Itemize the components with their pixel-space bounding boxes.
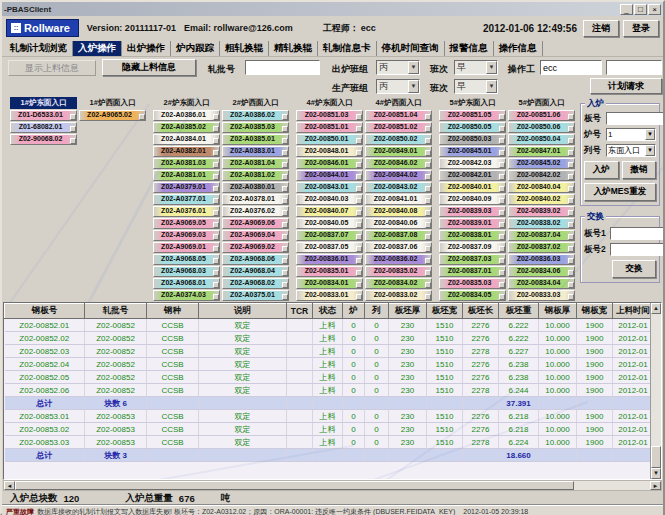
slab-mini-button[interactable] [499, 138, 505, 144]
slab-cell[interactable]: Z02-00837.01 [439, 266, 506, 277]
slab-mini-button[interactable] [499, 210, 505, 216]
slab2-input[interactable] [610, 243, 663, 256]
slab-cell[interactable]: Z02-00837.03 [439, 254, 506, 265]
slab-mini-button[interactable] [139, 114, 145, 120]
furnace-no-select[interactable]: 1▼ [606, 128, 656, 141]
slab-cell[interactable]: Z02-00837.05 [296, 242, 363, 253]
slab-mini-button[interactable] [568, 270, 574, 276]
slab-cell[interactable]: Z02-00843.02 [365, 182, 432, 193]
table-row[interactable]: Z02-00852.02Z02-00852CCSB双定上料00230151022… [5, 332, 654, 345]
slab-cell[interactable]: Z02-00839.02 [508, 206, 575, 217]
slab-mini-button[interactable] [568, 222, 574, 228]
slab-mini-button[interactable] [499, 222, 505, 228]
slab-mini-button[interactable] [213, 162, 219, 168]
column-header-1[interactable]: 轧批号 [85, 304, 147, 319]
slab-cell[interactable]: Z02-00844.02 [365, 170, 432, 181]
slab-mini-button[interactable] [70, 114, 76, 120]
vertical-scrollbar[interactable]: ▲ ▼ [650, 303, 661, 479]
production-group-select[interactable]: 丙▼ [376, 79, 420, 94]
table-row[interactable]: Z02-00852.03Z02-00852CCSB双定上料00230151022… [5, 345, 654, 358]
slab-mini-button[interactable] [356, 114, 362, 120]
slab-mini-button[interactable] [282, 270, 288, 276]
slab-cell[interactable]: Z02-00834.01 [296, 278, 363, 289]
slab-mini-button[interactable] [425, 162, 431, 168]
furnace-column-header[interactable]: 4#炉东面入口 [296, 97, 363, 109]
slab-mini-button[interactable] [356, 150, 362, 156]
slab-mini-button[interactable] [499, 198, 505, 204]
slab-mini-button[interactable] [282, 198, 288, 204]
slab-mini-button[interactable] [499, 186, 505, 192]
slab-cell[interactable]: Z02-00844.01 [296, 170, 363, 181]
slab-mini-button[interactable] [213, 270, 219, 276]
slab-mini-button[interactable] [425, 210, 431, 216]
slab-cell[interactable]: Z02-A0381.02 [222, 170, 289, 181]
slab-cell[interactable]: Z02-00838.02 [508, 218, 575, 229]
slab-mini-button[interactable] [213, 150, 219, 156]
slab-cell[interactable]: Z02-A9068.02 [222, 278, 289, 289]
slab-cell[interactable]: Z01-68082.01 [10, 122, 77, 133]
slab-cell[interactable]: Z02-00836.03 [508, 254, 575, 265]
slab-cell[interactable]: Z02-A0381.04 [222, 158, 289, 169]
row-no-select[interactable]: 东面入口▼ [606, 144, 656, 157]
column-header-11[interactable]: 板坯重 [499, 304, 539, 319]
undo-button[interactable]: 撤销 [622, 161, 657, 179]
column-header-8[interactable]: 板坯厚 [389, 304, 427, 319]
slab-cell[interactable]: Z02-00850.05 [439, 122, 506, 133]
minimize-icon[interactable]: _ [620, 4, 633, 15]
tab-1[interactable]: 入炉操作 [73, 41, 122, 56]
slab-cell[interactable]: Z02-00851.04 [365, 110, 432, 121]
slab-cell[interactable]: Z02-00847.01 [508, 146, 575, 157]
slab-mini-button[interactable] [499, 258, 505, 264]
slab-cell[interactable]: Z02-00850.01 [296, 134, 363, 145]
table-row[interactable]: Z02-00853.03Z02-00853CCSB双定上料00230151022… [5, 436, 654, 449]
slab-mini-button[interactable] [70, 126, 76, 132]
slab-cell[interactable]: Z02-A9069.05 [153, 218, 220, 229]
slab-mini-button[interactable] [499, 162, 505, 168]
slab-cell[interactable]: Z02-00850.06 [508, 122, 575, 133]
table-row[interactable]: Z02-00853.01Z02-00853CCSB双定上料00230151022… [5, 410, 654, 423]
table-row[interactable]: Z02-00852.06Z02-00852CCSB双定上料00230151022… [5, 384, 654, 397]
slab-mini-button[interactable] [213, 294, 219, 300]
slab-cell[interactable]: Z02-00842.02 [508, 170, 575, 181]
slab-cell[interactable]: Z02-00851.06 [508, 110, 575, 121]
slab-cell[interactable]: Z02-00842.01 [439, 170, 506, 181]
slab-cell[interactable]: Z02-00833.01 [296, 290, 363, 301]
slab-mini-button[interactable] [568, 162, 574, 168]
slab-mini-button[interactable] [568, 210, 574, 216]
scroll-up-icon[interactable]: ▲ [651, 303, 661, 314]
column-header-3[interactable]: 说明 [199, 304, 287, 319]
scroll-down-icon[interactable]: ▼ [651, 468, 661, 479]
slab-cell[interactable]: Z02-A0379.01 [153, 182, 220, 193]
slab-mini-button[interactable] [499, 246, 505, 252]
slab-cell[interactable]: Z02-A0386.02 [222, 110, 289, 121]
slab-cell[interactable]: Z02-00840.03 [296, 194, 363, 205]
slab-cell[interactable]: Z02-00837.09 [439, 242, 506, 253]
slab-cell[interactable]: Z02-00837.06 [365, 242, 432, 253]
batch-input[interactable] [245, 60, 320, 75]
slab-cell[interactable]: Z02-A0376.01 [153, 206, 220, 217]
slab-mini-button[interactable] [425, 114, 431, 120]
column-header-2[interactable]: 钢种 [147, 304, 199, 319]
slab-mini-button[interactable] [356, 210, 362, 216]
table-row[interactable]: Z02-00852.05Z02-00852CCSB双定上料00230151022… [5, 371, 654, 384]
slab-cell[interactable]: Z02-00837.04 [508, 230, 575, 241]
slab-mini-button[interactable] [213, 174, 219, 180]
tab-3[interactable]: 炉内跟踪 [171, 41, 220, 56]
slab-cell[interactable]: Z02-A9069.03 [153, 230, 220, 241]
tab-8[interactable]: 报警信息 [445, 41, 494, 56]
maximize-icon[interactable]: □ [634, 4, 647, 15]
slab-cell[interactable]: Z02-00837.02 [508, 242, 575, 253]
slab-mini-button[interactable] [568, 282, 574, 288]
slab-cell[interactable]: Z02-00842.03 [439, 158, 506, 169]
feed-button[interactable]: 入炉 [584, 161, 619, 179]
slab-mini-button[interactable] [213, 282, 219, 288]
column-header-9[interactable]: 板坯宽 [427, 304, 463, 319]
slab-cell[interactable]: Z02-A9068.06 [222, 254, 289, 265]
slab-cell[interactable]: Z02-00836.02 [365, 254, 432, 265]
slab-cell[interactable]: Z02-00850.02 [365, 134, 432, 145]
swap-button[interactable]: 交换 [612, 260, 656, 278]
scroll-left-icon[interactable]: ◄ [4, 481, 15, 490]
slab-cell[interactable]: Z02-00839.01 [439, 218, 506, 229]
slab-mini-button[interactable] [356, 270, 362, 276]
slab-cell[interactable]: Z02-A0381.03 [153, 158, 220, 169]
